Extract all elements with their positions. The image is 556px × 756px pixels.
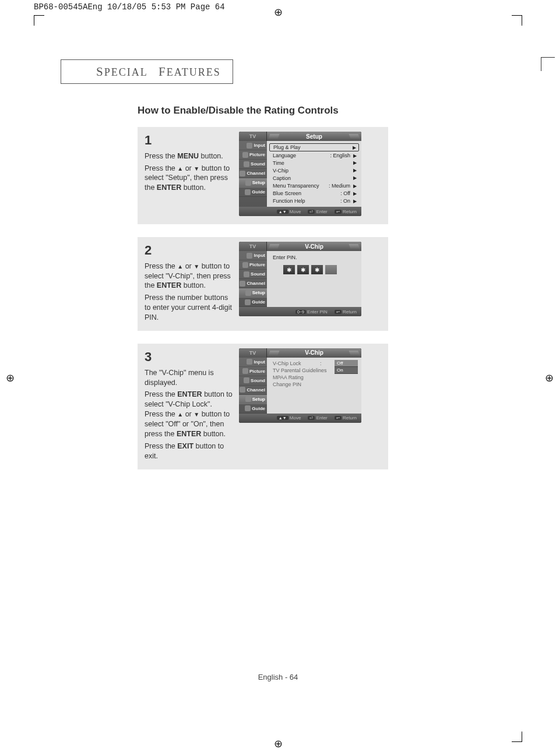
osd-title: V-Chip [267, 348, 361, 358]
section-title-part: F [159, 65, 167, 79]
option-off: Off [335, 360, 358, 367]
crop-corner [34, 15, 44, 26]
registration-mark-bottom: ⊕ [274, 737, 283, 750]
arrow-right-icon: ▶ [353, 168, 357, 173]
menu-row: Blue Screen: Off ▶ [269, 189, 359, 197]
osd-side-sound: Sound [239, 160, 267, 169]
menu-row: Change PIN [269, 381, 359, 388]
picture-icon [242, 152, 248, 158]
osd-side-picture: Picture [239, 367, 267, 376]
crop-corner [541, 57, 555, 71]
setup-icon [245, 290, 251, 296]
osd-side-sound: Sound [239, 270, 267, 279]
osd-screenshot-3: TV V-Chip Input Picture Sound Channel Se… [239, 348, 361, 461]
instruction-line: Press the ▲ or ▼ button to select "V-Chi… [145, 262, 233, 291]
pin-prompt: Enter PIN. [269, 253, 359, 262]
print-header: BP68-00545AEng 10/18/05 5:53 PM Page 64 [34, 2, 225, 12]
return-icon: ↩ [335, 210, 342, 214]
arrow-right-icon: ▶ [353, 160, 357, 165]
osd-side-sound: Sound [239, 376, 267, 386]
enter-icon: ⏎ [308, 210, 315, 214]
input-icon [247, 359, 252, 365]
menu-row: MPAA Rating [269, 374, 359, 381]
return-icon: ↩ [335, 310, 342, 314]
arrow-right-icon: ▶ [353, 153, 357, 158]
instruction-line: Press the number buttons to enter your c… [145, 293, 233, 323]
input-icon [247, 253, 252, 259]
step-text: 1 Press the MENU button. Press the ▲ or … [145, 132, 239, 216]
crop-corner [512, 732, 522, 742]
osd-side-setup: Setup [239, 178, 267, 188]
osd-tv-label: TV [239, 348, 267, 358]
updown-icon: ▲▼ [277, 210, 288, 214]
arrow-right-icon: ▶ [353, 183, 357, 189]
osd-side-guide: Guide [239, 188, 267, 197]
section-title: SPECIAL FEATURES [96, 65, 221, 79]
osd-side-guide: Guide [239, 298, 267, 307]
setup-icon [245, 180, 251, 186]
osd-main-panel: Enter PIN. ✱ ✱ ✱ [267, 251, 361, 307]
pin-boxes: ✱ ✱ ✱ [283, 265, 359, 274]
instruction-line: The "V-Chip" menu is displayed. [145, 368, 233, 388]
channel-icon [240, 281, 245, 287]
osd-sidebar: Input Picture Sound Channel Setup Guide [239, 141, 267, 207]
numpad-icon: 0~9 [295, 310, 306, 314]
howto-heading: How to Enable/Disable the Rating Control… [138, 105, 388, 116]
instruction-line: Press the EXIT button to exit. [145, 441, 233, 461]
section-title-part: S [96, 65, 104, 79]
step-text: 3 The "V-Chip" menu is displayed. Press … [145, 348, 239, 461]
up-triangle-icon: ▲ [177, 263, 183, 270]
arrow-right-icon: ▶ [353, 199, 357, 204]
step-2: 2 Press the ▲ or ▼ button to select "V-C… [138, 237, 388, 331]
guide-icon [245, 189, 251, 195]
arrow-right-icon: ▶ [353, 175, 357, 181]
option-on: On [335, 367, 358, 374]
page-content: SPECIAL FEATURES How to Enable/Disable t… [34, 26, 522, 730]
osd-side-picture: Picture [239, 150, 267, 160]
osd-screenshot-2: TV V-Chip Input Picture Sound Channel Se… [239, 242, 361, 323]
step-1: 1 Press the MENU button. Press the ▲ or … [138, 127, 388, 224]
up-triangle-icon: ▲ [177, 165, 183, 172]
osd-side-channel: Channel [239, 169, 267, 178]
osd-screenshot-1: TV Setup Input Picture Sound Channel Set… [239, 132, 361, 216]
osd-side-input: Input [239, 251, 267, 260]
section-header-box: SPECIAL FEATURES [61, 59, 233, 84]
pin-digit-empty [325, 265, 337, 274]
osd-side-guide: Guide [239, 404, 267, 414]
step-number: 2 [145, 242, 233, 259]
section-title-part: PECIAL [104, 66, 147, 78]
step-3: 3 The "V-Chip" menu is displayed. Press … [138, 344, 388, 469]
crop-corner [512, 15, 522, 26]
pin-digit: ✱ [311, 265, 323, 274]
menu-row: Function Help: On ▶ [269, 197, 359, 204]
instruction-line: Press the ENTER button to select "V-Chip… [145, 390, 233, 409]
osd-side-input: Input [239, 141, 267, 150]
osd-main-panel: V-Chip Lock : TV Parental Guidelines MPA… [267, 358, 361, 414]
sound-icon [244, 271, 249, 277]
menu-row: Menu Transparency: Medium ▶ [269, 182, 359, 189]
channel-icon [240, 387, 245, 393]
updown-icon: ▲▼ [277, 416, 288, 420]
down-triangle-icon: ▼ [193, 411, 199, 418]
osd-footer: 0~9 Enter PIN ↩ Return [239, 307, 361, 316]
osd-main-panel: Plug & Play▶ Language: English ▶ Time▶ V… [267, 141, 361, 207]
pin-digit: ✱ [283, 265, 295, 274]
osd-side-picture: Picture [239, 260, 267, 270]
instruction-line: Press the MENU button. [145, 151, 233, 161]
osd-tv-label: TV [239, 242, 267, 251]
osd-side-setup: Setup [239, 395, 267, 404]
osd-title: V-Chip [267, 242, 361, 251]
setup-icon [245, 396, 251, 402]
osd-side-channel: Channel [239, 386, 267, 395]
instruction-line: Press the ▲ or ▼ button to select "Off" … [145, 409, 233, 439]
arrow-right-icon: ▶ [353, 145, 356, 150]
osd-sidebar: Input Picture Sound Channel Setup Guide [239, 358, 267, 414]
step-number: 3 [145, 348, 233, 366]
step-text: 2 Press the ▲ or ▼ button to select "V-C… [145, 242, 239, 323]
main-content: How to Enable/Disable the Rating Control… [138, 105, 388, 482]
pin-digit: ✱ [297, 265, 309, 274]
up-triangle-icon: ▲ [177, 411, 183, 418]
section-title-part: EATURES [167, 66, 221, 78]
menu-row: Language: English ▶ [269, 151, 359, 159]
osd-side-setup: Setup [239, 288, 267, 298]
